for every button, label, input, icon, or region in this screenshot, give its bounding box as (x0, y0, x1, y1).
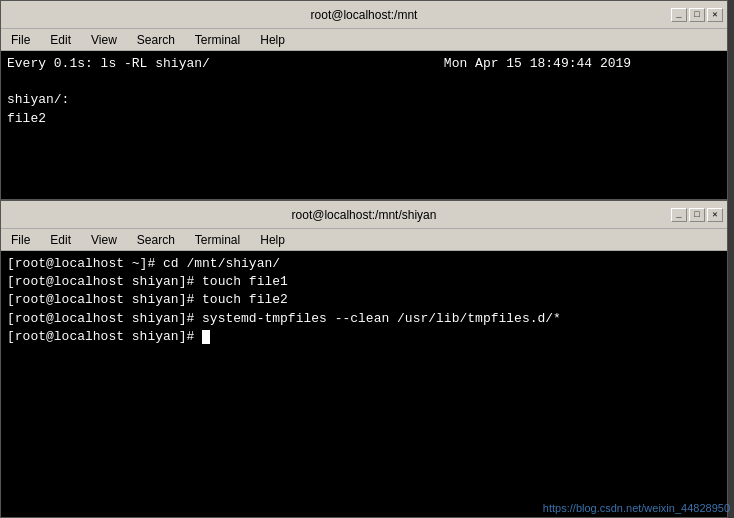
title-text-top: root@localhost:/mnt (311, 8, 418, 22)
terminal-body-top: Every 0.1s: ls -RL shiyan/ Mon Apr 15 18… (1, 51, 727, 199)
menubar-bottom: File Edit View Search Terminal Help (1, 229, 727, 251)
close-button-top[interactable]: ✕ (707, 8, 723, 22)
top-line4: file2 (7, 111, 46, 126)
bottom-line5-prefix: [root@localhost shiyan]# (7, 329, 202, 344)
close-button-bottom[interactable]: ✕ (707, 208, 723, 222)
minimize-button-bottom[interactable]: _ (671, 208, 687, 222)
menu-help-bottom[interactable]: Help (254, 231, 291, 249)
menu-view-top[interactable]: View (85, 31, 123, 49)
minimize-button-top[interactable]: _ (671, 8, 687, 22)
menu-search-top[interactable]: Search (131, 31, 181, 49)
title-bar-top: root@localhost:/mnt _ □ ✕ (1, 1, 727, 29)
menu-edit-top[interactable]: Edit (44, 31, 77, 49)
watermark: https://blog.csdn.net/weixin_44828950 (543, 502, 730, 514)
menubar-top: File Edit View Search Terminal Help (1, 29, 727, 51)
title-buttons-bottom: _ □ ✕ (671, 208, 723, 222)
bottom-line1: [root@localhost ~]# cd /mnt/shiyan/ (7, 256, 280, 271)
maximize-button-bottom[interactable]: □ (689, 208, 705, 222)
menu-file-top[interactable]: File (5, 31, 36, 49)
terminal-body-bottom: [root@localhost ~]# cd /mnt/shiyan/ [roo… (1, 251, 727, 517)
menu-file-bottom[interactable]: File (5, 231, 36, 249)
menu-view-bottom[interactable]: View (85, 231, 123, 249)
title-text-bottom: root@localhost:/mnt/shiyan (292, 208, 437, 222)
top-line1: Every 0.1s: ls -RL shiyan/ Mon Apr 15 18… (7, 56, 631, 71)
bottom-line3: [root@localhost shiyan]# touch file2 (7, 292, 288, 307)
bottom-line2: [root@localhost shiyan]# touch file1 (7, 274, 288, 289)
bottom-line4: [root@localhost shiyan]# systemd-tmpfile… (7, 311, 561, 326)
terminal-content-bottom[interactable]: [root@localhost ~]# cd /mnt/shiyan/ [roo… (1, 251, 727, 350)
cursor (202, 330, 210, 344)
title-bar-bottom: root@localhost:/mnt/shiyan _ □ ✕ (1, 201, 727, 229)
menu-terminal-bottom[interactable]: Terminal (189, 231, 246, 249)
menu-search-bottom[interactable]: Search (131, 231, 181, 249)
menu-help-top[interactable]: Help (254, 31, 291, 49)
top-line3: shiyan/: (7, 92, 69, 107)
title-buttons-top: _ □ ✕ (671, 8, 723, 22)
menu-terminal-top[interactable]: Terminal (189, 31, 246, 49)
terminal-window-bottom: root@localhost:/mnt/shiyan _ □ ✕ File Ed… (0, 200, 728, 518)
terminal-window-top: root@localhost:/mnt _ □ ✕ File Edit View… (0, 0, 728, 200)
menu-edit-bottom[interactable]: Edit (44, 231, 77, 249)
terminal-content-top: Every 0.1s: ls -RL shiyan/ Mon Apr 15 18… (1, 51, 727, 132)
maximize-button-top[interactable]: □ (689, 8, 705, 22)
